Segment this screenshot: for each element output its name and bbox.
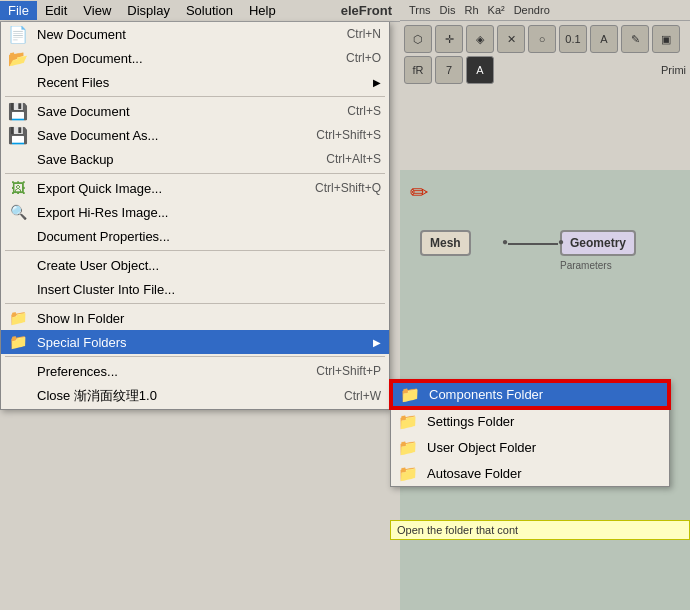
doc-properties-label: Document Properties... xyxy=(37,229,381,244)
menu-item-save-backup[interactable]: Save Backup Ctrl+Alt+S xyxy=(1,147,389,171)
menu-item-save-doc[interactable]: 💾 Save Document Ctrl+S xyxy=(1,99,389,123)
user-object-folder-icon: 📁 xyxy=(397,436,419,458)
node-mesh[interactable]: Mesh xyxy=(420,230,471,256)
menu-item-recent-files[interactable]: Recent Files ▶ xyxy=(1,70,389,94)
menu-item-show-in-folder[interactable]: 📁 Show In Folder xyxy=(1,306,389,330)
export-hires-label: Export Hi-Res Image... xyxy=(37,205,361,220)
separator-5 xyxy=(5,356,385,357)
submenu-item-user-object-folder[interactable]: 📁 User Object Folder xyxy=(391,434,669,460)
save-doc-as-icon: 💾 xyxy=(7,125,29,145)
app-title: eleFront xyxy=(333,1,400,20)
new-doc-icon: 📄 xyxy=(7,24,29,44)
toolbar-icon-1[interactable]: ⬡ xyxy=(404,25,432,53)
save-doc-as-shortcut: Ctrl+Shift+S xyxy=(316,128,381,142)
new-doc-label: New Document xyxy=(37,27,327,42)
components-folder-icon: 📁 xyxy=(399,384,421,406)
toolbar-icon-4[interactable]: ✕ xyxy=(497,25,525,53)
menu-item-open-doc[interactable]: 📂 Open Document... Ctrl+O xyxy=(1,46,389,70)
components-folder-label: Components Folder xyxy=(429,387,543,402)
menu-view[interactable]: View xyxy=(75,1,119,20)
open-doc-label: Open Document... xyxy=(37,51,326,66)
save-backup-label: Save Backup xyxy=(37,152,306,167)
toolbar-icon-3[interactable]: ◈ xyxy=(466,25,494,53)
separator-2 xyxy=(5,173,385,174)
preferences-label: Preferences... xyxy=(37,364,296,379)
settings-folder-label: Settings Folder xyxy=(427,414,514,429)
node-parameters-label: Parameters xyxy=(560,260,612,271)
menu-item-export-hires[interactable]: 🔍 Export Hi-Res Image... xyxy=(1,200,389,224)
menu-item-export-quick[interactable]: 🖼 Export Quick Image... Ctrl+Shift+Q xyxy=(1,176,389,200)
tooltip-text: Open the folder that cont xyxy=(397,524,518,536)
recent-files-label: Recent Files xyxy=(37,75,369,90)
toolbar-icon-2[interactable]: ✛ xyxy=(435,25,463,53)
toolbar-icons-row: ⬡ ✛ ◈ ✕ ○ 0.1 A ✎ ▣ fR 7 A Primi xyxy=(400,21,690,88)
file-menu-dropdown: 📄 New Document Ctrl+N 📂 Open Document...… xyxy=(0,22,390,410)
toolbar-icon-6[interactable]: 0.1 xyxy=(559,25,587,53)
recent-files-arrow: ▶ xyxy=(373,77,381,88)
save-doc-icon: 💾 xyxy=(7,101,29,121)
open-doc-icon: 📂 xyxy=(7,48,29,68)
menu-item-doc-properties[interactable]: Document Properties... xyxy=(1,224,389,248)
menu-edit[interactable]: Edit xyxy=(37,1,75,20)
create-user-object-label: Create User Object... xyxy=(37,258,381,273)
export-hires-icon: 🔍 xyxy=(7,202,29,222)
preferences-shortcut: Ctrl+Shift+P xyxy=(316,364,381,378)
export-quick-icon: 🖼 xyxy=(7,178,29,198)
save-doc-shortcut: Ctrl+S xyxy=(347,104,381,118)
toolbar-icon-11[interactable]: 7 xyxy=(435,56,463,84)
submenu-item-components-folder[interactable]: 📁 Components Folder xyxy=(391,381,669,408)
export-quick-label: Export Quick Image... xyxy=(37,181,295,196)
toolbar-icon-10[interactable]: fR xyxy=(404,56,432,84)
tab-dendro[interactable]: Dendro xyxy=(511,4,553,16)
save-backup-shortcut: Ctrl+Alt+S xyxy=(326,152,381,166)
open-doc-shortcut: Ctrl+O xyxy=(346,51,381,65)
tab-rh[interactable]: Rh xyxy=(461,4,481,16)
toolbar-icon-7[interactable]: A xyxy=(590,25,618,53)
toolbar-area: Trns Dis Rh Ka² Dendro ⬡ ✛ ◈ ✕ ○ 0.1 A ✎… xyxy=(400,0,690,170)
menu-item-save-doc-as[interactable]: 💾 Save Document As... Ctrl+Shift+S xyxy=(1,123,389,147)
special-folders-arrow: ▶ xyxy=(373,337,381,348)
toolbar-icon-12[interactable]: A xyxy=(466,56,494,84)
menu-item-close[interactable]: Close 渐消面纹理1.0 Ctrl+W xyxy=(1,383,389,409)
menu-solution[interactable]: Solution xyxy=(178,1,241,20)
tab-dis[interactable]: Dis xyxy=(437,4,459,16)
toolbar-icon-5[interactable]: ○ xyxy=(528,25,556,53)
toolbar-row1: Trns Dis Rh Ka² Dendro xyxy=(400,0,690,21)
menu-item-special-folders[interactable]: 📁 Special Folders ▶ xyxy=(1,330,389,354)
menu-display[interactable]: Display xyxy=(119,1,178,20)
separator-3 xyxy=(5,250,385,251)
tooltip-bar: Open the folder that cont xyxy=(390,520,690,540)
insert-cluster-icon xyxy=(7,279,29,299)
separator-1 xyxy=(5,96,385,97)
create-user-object-icon xyxy=(7,255,29,275)
menu-bar: File Edit View Display Solution Help ele… xyxy=(0,0,400,22)
save-doc-as-label: Save Document As... xyxy=(37,128,296,143)
menu-help[interactable]: Help xyxy=(241,1,284,20)
tab-ka2[interactable]: Ka² xyxy=(485,4,508,16)
menu-item-create-user-object[interactable]: Create User Object... xyxy=(1,253,389,277)
show-in-folder-icon: 📁 xyxy=(7,308,29,328)
insert-cluster-label: Insert Cluster Into File... xyxy=(37,282,381,297)
user-object-folder-label: User Object Folder xyxy=(427,440,536,455)
pencil-icon: ✏ xyxy=(410,180,428,206)
toolbar-icon-8[interactable]: ✎ xyxy=(621,25,649,53)
special-folders-icon: 📁 xyxy=(7,332,29,352)
close-shortcut: Ctrl+W xyxy=(344,389,381,403)
menu-item-preferences[interactable]: Preferences... Ctrl+Shift+P xyxy=(1,359,389,383)
submenu-item-autosave-folder[interactable]: 📁 Autosave Folder xyxy=(391,460,669,486)
preferences-icon xyxy=(7,361,29,381)
autosave-folder-icon: 📁 xyxy=(397,462,419,484)
close-icon xyxy=(7,386,29,406)
submenu-item-settings-folder[interactable]: 📁 Settings Folder xyxy=(391,408,669,434)
special-folders-label: Special Folders xyxy=(37,335,369,350)
save-backup-icon xyxy=(7,149,29,169)
node-geometry[interactable]: Geometry xyxy=(560,230,636,256)
menu-file[interactable]: File xyxy=(0,1,37,20)
tab-trns[interactable]: Trns xyxy=(406,4,434,16)
menu-item-new-doc[interactable]: 📄 New Document Ctrl+N xyxy=(1,22,389,46)
toolbar-icon-9[interactable]: ▣ xyxy=(652,25,680,53)
export-quick-shortcut: Ctrl+Shift+Q xyxy=(315,181,381,195)
menu-item-insert-cluster[interactable]: Insert Cluster Into File... xyxy=(1,277,389,301)
toolbar-label-primi: Primi xyxy=(661,64,686,76)
separator-4 xyxy=(5,303,385,304)
